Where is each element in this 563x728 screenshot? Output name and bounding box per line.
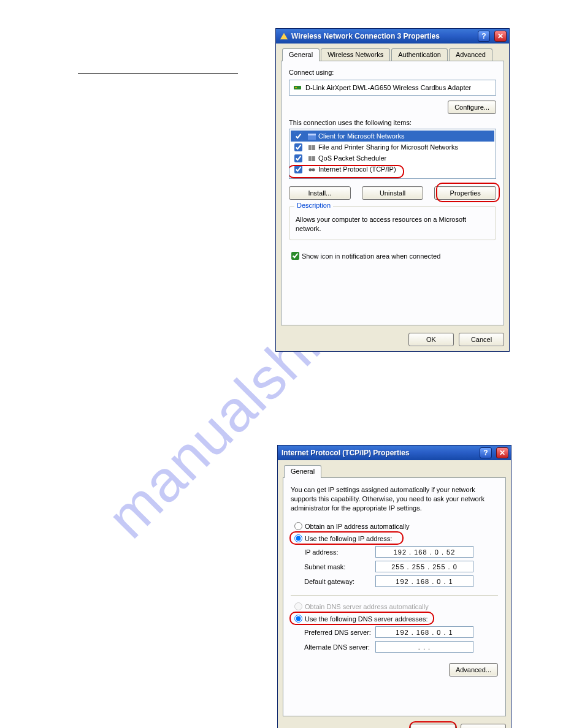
subnet-mask-input[interactable]: 255 . 255 . 255 . 0	[375, 561, 473, 572]
preferred-dns-input[interactable]: 192 . 168 . 0 . 1	[375, 626, 473, 638]
description-text: Allows your computer to access resources…	[296, 215, 489, 233]
separator	[291, 595, 498, 596]
radio-label: Obtain an IP address automatically	[305, 523, 409, 530]
help-button[interactable]: ?	[478, 31, 490, 42]
titlebar[interactable]: Wireless Network Connection 3 Properties…	[276, 29, 509, 44]
configure-button[interactable]: Configure...	[448, 100, 496, 114]
title-text: Internet Protocol (TCP/IP) Properties	[282, 449, 475, 457]
tab-advanced[interactable]: Advanced	[449, 48, 492, 61]
radio-obtain-dns-auto: Obtain DNS server address automatically	[291, 601, 498, 613]
svg-rect-10	[310, 169, 313, 170]
svg-rect-6	[308, 156, 312, 161]
description-legend: Description	[294, 202, 333, 209]
ok-button[interactable]: OK	[410, 724, 456, 728]
tab-general[interactable]: General	[282, 48, 320, 61]
protocol-icon	[307, 165, 316, 173]
tab-authentication[interactable]: Authentication	[391, 48, 448, 61]
list-item[interactable]: File and Printer Sharing for Microsoft N…	[291, 142, 494, 153]
network-properties-dialog: Wireless Network Connection 3 Properties…	[275, 28, 510, 352]
close-button[interactable]: ✕	[494, 31, 507, 42]
svg-rect-7	[312, 156, 315, 161]
properties-button[interactable]: Properties	[434, 186, 496, 200]
ip-address-label: IP address:	[291, 548, 375, 556]
svg-rect-5	[312, 145, 315, 150]
alternate-dns-input[interactable]: . . .	[375, 641, 473, 653]
adapter-name: D-Link AirXpert DWL-AG650 Wireless Cardb…	[305, 84, 471, 91]
tab-general[interactable]: General	[284, 465, 321, 478]
radio-use-following-ip[interactable]: Use the following IP address:	[291, 533, 498, 545]
list-item[interactable]: Internet Protocol (TCP/IP)	[291, 164, 494, 175]
description-group: Description Allows your computer to acce…	[289, 206, 496, 240]
radio-label: Obtain DNS server address automatically	[305, 603, 429, 610]
subnet-mask-label: Subnet mask:	[291, 563, 375, 571]
intro-text: You can get IP settings assigned automat…	[291, 485, 498, 513]
checkbox[interactable]	[294, 165, 302, 173]
svg-rect-1	[295, 87, 297, 88]
list-item-label: Internet Protocol (TCP/IP)	[318, 165, 396, 173]
components-list[interactable]: Client for Microsoft Networks File and P…	[289, 129, 496, 179]
advanced-button[interactable]: Advanced...	[449, 663, 498, 677]
list-item[interactable]: Client for Microsoft Networks	[291, 131, 494, 142]
items-heading: This connection uses the following items…	[289, 119, 496, 126]
adapter-box: D-Link AirXpert DWL-AG650 Wireless Cardb…	[289, 80, 496, 96]
network-icon	[280, 32, 288, 40]
page-heading-underline	[78, 73, 238, 74]
preferred-dns-label: Preferred DNS server:	[291, 629, 375, 636]
show-icon-checkbox[interactable]	[291, 252, 299, 260]
cancel-button[interactable]: Cancel	[459, 333, 504, 346]
svg-rect-4	[308, 145, 312, 150]
show-icon-label: Show icon in notification area when conn…	[302, 252, 440, 260]
ip-address-input[interactable]: 192 . 168 . 0 . 52	[375, 546, 473, 558]
uninstall-button[interactable]: Uninstall	[362, 186, 424, 200]
service-icon	[307, 154, 316, 162]
default-gateway-label: Default gateway:	[291, 578, 375, 585]
checkbox[interactable]	[294, 154, 302, 162]
service-icon	[307, 143, 316, 151]
tab-strip: General Wireless Networks Authentication…	[281, 48, 504, 61]
radio-obtain-ip-auto[interactable]: Obtain an IP address automatically	[291, 520, 498, 533]
help-button[interactable]: ?	[480, 447, 492, 458]
list-item-label: File and Printer Sharing for Microsoft N…	[318, 143, 458, 151]
svg-rect-3	[308, 134, 316, 135]
radio-use-following-dns[interactable]: Use the following DNS server addresses:	[291, 613, 498, 625]
list-item-label: QoS Packet Scheduler	[318, 154, 386, 162]
tab-wireless-networks[interactable]: Wireless Networks	[321, 48, 390, 61]
checkbox[interactable]	[294, 143, 302, 151]
client-icon	[307, 132, 316, 140]
default-gateway-input[interactable]: 192 . 168 . 0 . 1	[375, 575, 473, 587]
install-button[interactable]: Install...	[289, 186, 351, 200]
connect-using-label: Connect using:	[289, 69, 496, 76]
title-text: Wireless Network Connection 3 Properties	[291, 32, 473, 40]
checkbox[interactable]	[294, 132, 302, 140]
svg-rect-0	[294, 86, 301, 89]
adapter-icon	[293, 83, 302, 92]
tcpip-properties-dialog: Internet Protocol (TCP/IP) Properties ? …	[277, 445, 511, 728]
radio-label: Use the following DNS server addresses:	[305, 615, 428, 623]
cancel-button[interactable]: Cancel	[461, 724, 506, 728]
ok-button[interactable]: OK	[408, 333, 454, 346]
list-item-label: Client for Microsoft Networks	[318, 132, 405, 140]
titlebar[interactable]: Internet Protocol (TCP/IP) Properties ? …	[278, 446, 511, 460]
alternate-dns-label: Alternate DNS server:	[291, 643, 375, 651]
list-item[interactable]: QoS Packet Scheduler	[291, 153, 494, 164]
radio-label: Use the following IP address:	[305, 535, 392, 542]
close-button[interactable]: ✕	[496, 447, 508, 458]
